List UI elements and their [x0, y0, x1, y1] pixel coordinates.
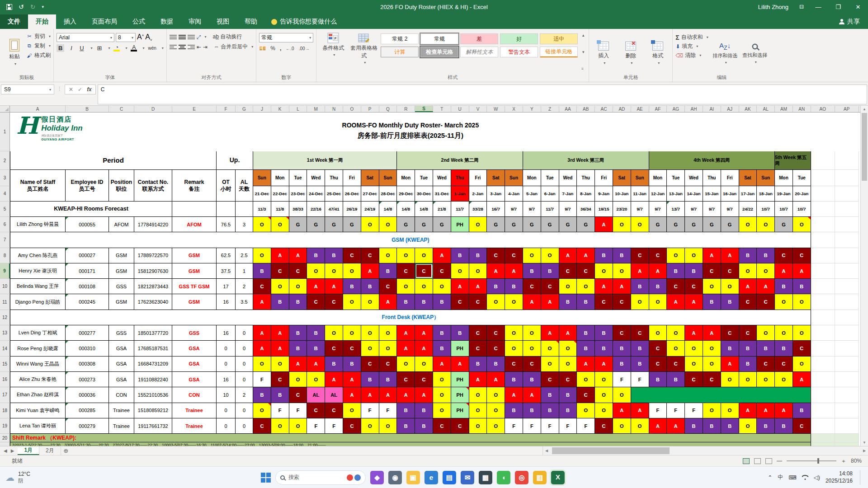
date-cell-28-Dec[interactable]: 28-Dec	[379, 186, 397, 202]
cell-style-常规[interactable]: 常规	[420, 33, 458, 44]
empty-cell[interactable]	[811, 279, 835, 294]
shift-cell[interactable]: B	[379, 263, 397, 279]
shift-cell[interactable]: A	[271, 325, 289, 341]
dow-cell-10-Jan[interactable]: Sat	[613, 170, 631, 186]
dow-cell-9-Jan[interactable]: Fri	[595, 170, 613, 186]
staff-remark[interactable]: GSS TF GSM	[172, 279, 217, 294]
shift-cell[interactable]: C	[667, 279, 685, 294]
shift-cell[interactable]: O	[793, 357, 811, 372]
shift-cell[interactable]: G	[505, 217, 523, 232]
column-header-D[interactable]: D	[134, 106, 172, 112]
shift-cell[interactable]: C	[271, 372, 289, 387]
zoom-slider[interactable]	[787, 460, 836, 461]
shift-cell[interactable]: O	[667, 341, 685, 356]
shift-cell[interactable]: A	[397, 341, 415, 356]
shift-cell[interactable]: C	[775, 248, 793, 263]
shift-cell[interactable]: F	[667, 403, 685, 418]
forecast-cell-12-Jan[interactable]: 9/7	[649, 202, 667, 217]
ribbon-tab-公式[interactable]: 公式	[125, 14, 153, 29]
date-cell-26-Dec[interactable]: 26-Dec	[343, 186, 361, 202]
shift-cell[interactable]: B	[541, 387, 559, 403]
column-header-N[interactable]: N	[325, 106, 343, 112]
shift-cell[interactable]: C	[739, 294, 757, 310]
forecast-empty[interactable]	[172, 202, 217, 217]
shift-cell[interactable]: O	[307, 263, 325, 279]
empty-cell[interactable]	[811, 325, 835, 341]
shift-cell[interactable]: A	[577, 248, 595, 263]
empty-cell[interactable]	[835, 403, 859, 418]
row-header[interactable]	[0, 442, 10, 446]
shift-cell[interactable]: O	[487, 294, 505, 310]
ribbon-tab-视图[interactable]: 视图	[209, 14, 237, 29]
shift-cell[interactable]: A	[613, 403, 631, 418]
ribbon-tab-帮助[interactable]: 帮助	[237, 14, 265, 29]
shift-cell[interactable]: O	[343, 325, 361, 341]
shift-cell[interactable]: O	[379, 248, 397, 263]
shift-cell[interactable]: O	[379, 341, 397, 356]
shift-cell[interactable]: C	[487, 325, 505, 341]
shift-cell[interactable]: C	[649, 341, 667, 356]
forecast-cell-24-Dec[interactable]: 22/16	[307, 202, 325, 217]
shift-cell[interactable]: A	[649, 263, 667, 279]
ribbon-tab-数据[interactable]: 数据	[153, 14, 181, 29]
shift-cell[interactable]: B	[721, 341, 739, 356]
dow-cell-21-Dec[interactable]: Sun	[253, 170, 271, 186]
forecast-cell-16-Jan[interactable]: 9/7	[721, 202, 739, 217]
column-header-AG[interactable]: AG	[667, 106, 685, 112]
shift-cell[interactable]: B	[451, 325, 469, 341]
maximize-icon[interactable]: ❐	[828, 0, 848, 14]
shift-cell[interactable]: B	[271, 387, 289, 403]
staff-contact[interactable]: 18501377720	[134, 325, 172, 341]
staff-id[interactable]: 000279	[66, 418, 109, 434]
comma-icon[interactable]: ,	[280, 45, 281, 52]
shift-cell[interactable]: A	[289, 248, 307, 263]
paste-button[interactable]: 粘贴▾	[3, 31, 26, 74]
staff-id[interactable]: 000036	[66, 387, 109, 403]
shift-cell[interactable]: A	[775, 403, 793, 418]
shift-cell[interactable]: O	[631, 418, 649, 434]
cell-style-计算[interactable]: 计算	[381, 47, 419, 57]
shift-cell[interactable]: C	[469, 341, 487, 356]
staff-name[interactable]: Henry Xie 谢沃明	[10, 263, 66, 279]
save-icon[interactable]	[6, 4, 12, 10]
empty-cell[interactable]	[835, 217, 859, 232]
gallery-scroll[interactable]: ▲▼≡	[580, 31, 586, 74]
column-header-T[interactable]: T	[433, 106, 451, 112]
staff-name[interactable]: Rose Peng 彭晓露	[10, 341, 66, 356]
shift-cell[interactable]: A	[253, 325, 271, 341]
shift-cell[interactable]: G	[703, 217, 721, 232]
shift-cell[interactable]: O	[271, 279, 289, 294]
dow-cell-22-Dec[interactable]: Mon	[271, 170, 289, 186]
shift-cell[interactable]	[667, 387, 685, 403]
cell-style-解释性文本[interactable]: 解释性文本	[460, 47, 498, 57]
shift-cell[interactable]: C	[577, 263, 595, 279]
staff-ot[interactable]: 76.5	[217, 217, 236, 232]
date-cell-9-Jan[interactable]: 9-Jan	[595, 186, 613, 202]
shift-cell[interactable]: A	[595, 217, 613, 232]
row-header-16[interactable]: 16	[0, 372, 10, 387]
shift-cell[interactable]: O	[343, 294, 361, 310]
empty-cell[interactable]	[811, 151, 835, 170]
shift-cell[interactable]: O	[757, 372, 775, 387]
empty-cell[interactable]	[835, 202, 859, 217]
row-header-20[interactable]: 20	[0, 434, 10, 442]
shift-cell[interactable]: C	[487, 248, 505, 263]
shift-cell[interactable]: B	[415, 418, 433, 434]
shift-cell[interactable]: B	[559, 403, 577, 418]
shift-cell[interactable]: O	[577, 403, 595, 418]
shift-cell[interactable]	[757, 387, 775, 403]
shift-cell[interactable]: A	[487, 263, 505, 279]
shift-cell[interactable]: B	[469, 248, 487, 263]
shift-cell[interactable]: C	[685, 279, 703, 294]
staff-contact[interactable]: 18212873443	[134, 279, 172, 294]
forecast-cell-30-Dec[interactable]: 14/8	[415, 202, 433, 217]
shift-cell[interactable]: O	[613, 217, 631, 232]
enter-icon[interactable]: ✓	[78, 86, 82, 93]
shift-cell[interactable]: O	[631, 217, 649, 232]
italic-button[interactable]: I	[68, 45, 75, 52]
shift-cell[interactable]	[703, 387, 721, 403]
dow-cell-4-Jan[interactable]: Sun	[505, 170, 523, 186]
shift-cell[interactable]: C	[325, 341, 343, 356]
shift-cell[interactable]: B	[721, 418, 739, 434]
empty-cell[interactable]	[811, 310, 835, 325]
